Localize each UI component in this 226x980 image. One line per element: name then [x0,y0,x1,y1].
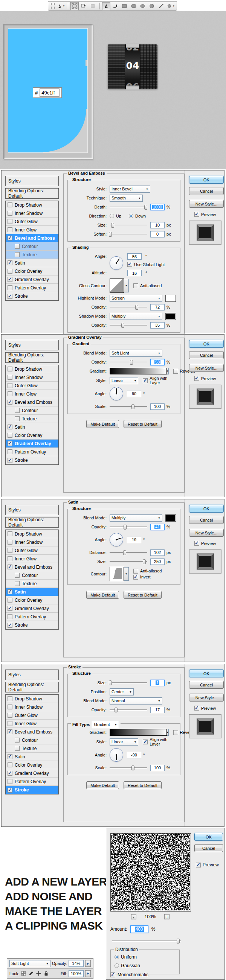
style-item-contour[interactable]: Contour [6,571,58,579]
checkbox-use-global-light[interactable] [127,262,132,267]
color-swatch[interactable] [166,313,176,320]
gradient-bar[interactable] [110,368,167,374]
checkbox[interactable] [8,713,13,718]
value-field[interactable]: 41 [150,524,165,530]
value-field[interactable]: 0 [150,231,165,237]
slider-handle[interactable] [130,360,133,365]
monochromatic-checkbox[interactable] [110,972,115,977]
checkbox[interactable] [8,606,13,611]
gradient-picker-arrow[interactable]: ▾ [167,368,169,374]
checkbox[interactable] [8,705,13,710]
value-field[interactable]: 35 [150,322,165,329]
slider-soften[interactable] [110,231,147,237]
checkbox[interactable] [8,211,13,216]
zoom-in-button[interactable]: + [164,914,170,920]
slider-opacity[interactable] [110,304,147,310]
ok-button[interactable]: OK [194,833,223,841]
style-item-stroke[interactable]: Stroke [6,786,58,794]
style-item-contour[interactable]: Contour [6,242,58,251]
checkbox[interactable] [8,367,13,371]
dropdown-style[interactable]: Linear▼ [110,738,138,746]
checkbox[interactable] [8,589,13,594]
lock-transparency-icon[interactable] [21,970,26,976]
value-field[interactable]: 19 [127,537,141,543]
slider-handle[interactable] [121,323,124,328]
checkbox[interactable] [8,400,13,404]
lock-pixels-brush-icon[interactable] [28,970,34,976]
checkbox[interactable] [8,548,13,553]
preview-checkbox[interactable] [194,706,199,711]
style-item-satin[interactable]: Satin [6,423,58,431]
value-field[interactable]: 1 [150,680,165,686]
style-item-outer-glow[interactable]: Outer Glow [6,546,58,555]
slider-opacity[interactable] [110,360,147,365]
checkbox-anti-aliased[interactable] [133,283,138,288]
fill-type-dropdown[interactable]: Gradient▼ [92,721,119,728]
style-item-pattern-overlay[interactable]: Pattern Overlay [6,448,58,456]
zoom-out-button[interactable]: - [131,914,136,920]
checkbox[interactable] [8,598,13,603]
checkbox[interactable] [15,738,19,743]
style-item-inner-glow[interactable]: Inner Glow [6,226,58,234]
style-item-inner-shadow[interactable]: Inner Shadow [6,703,58,711]
gradient-picker-arrow[interactable]: ▾ [167,729,169,736]
radio-button[interactable] [115,955,119,959]
checkbox[interactable] [8,540,13,544]
opacity-arrow-button[interactable]: ▶ [85,960,91,967]
fill-arrow-button[interactable]: ▶ [85,970,91,977]
style-item-pattern-overlay[interactable]: Pattern Overlay [6,612,58,621]
radio-option-up[interactable]: Up [110,214,121,218]
slider-handle[interactable] [144,205,147,210]
dropdown-shadow-mode[interactable]: Multiply▼ [110,313,162,320]
reset-to-default-button[interactable]: Reset to Default [124,591,162,599]
checkbox[interactable] [8,228,13,232]
checkbox[interactable] [8,531,13,536]
checkbox[interactable] [8,788,13,792]
make-default-button[interactable]: Make Default [86,781,119,789]
styles-header[interactable]: Styles [5,176,59,186]
style-item-drop-shadow[interactable]: Drop Shadow [6,201,58,209]
checkbox[interactable] [8,565,13,570]
styles-header[interactable]: Styles [5,505,59,515]
style-item-gradient-overlay[interactable]: Gradient Overlay [6,605,58,612]
angle-dial[interactable] [110,533,123,546]
blending-options-item[interactable]: Blending Options: Default [5,352,59,363]
slider-handle[interactable] [132,404,134,409]
dropdown-technique[interactable]: Smooth▼ [110,194,143,202]
style-item-texture[interactable]: Texture [6,579,58,588]
style-item-bevel-and-emboss[interactable]: Bevel and Emboss [6,728,58,736]
value-field[interactable]: 16 [127,270,142,276]
rectangle-tool-button[interactable] [120,2,129,10]
value-field[interactable]: 100 [150,765,165,771]
style-item-inner-shadow[interactable]: Inner Shadow [6,538,58,546]
rounded-rectangle-tool-button[interactable] [130,2,138,10]
angle-dial[interactable] [110,748,123,762]
checkbox[interactable] [8,762,13,767]
opacity-field[interactable]: 14% [68,960,84,967]
checkbox[interactable] [15,416,19,421]
radio-button[interactable] [115,963,119,968]
styles-header[interactable]: Styles [5,670,59,680]
style-item-inner-glow[interactable]: Inner Glow [6,390,58,398]
checkbox-reverse[interactable] [173,369,178,374]
style-item-inner-shadow[interactable]: Inner Shadow [6,373,58,382]
style-item-color-overlay[interactable]: Color Overlay [6,267,58,275]
checkbox[interactable] [15,408,19,413]
chevron-down-icon[interactable]: ▼ [172,5,175,7]
blend-mode-dropdown[interactable]: Soft Light ▼ [10,960,51,967]
checkbox[interactable] [8,383,13,388]
dropdown-blend-mode[interactable]: Normal▼ [110,697,162,705]
value-field[interactable]: 58 [150,359,165,366]
preview-checkbox[interactable] [196,862,201,867]
line-tool-button[interactable] [157,2,166,10]
ellipse-tool-button[interactable] [138,2,147,10]
style-item-bevel-and-emboss[interactable]: Bevel and Emboss [6,563,58,571]
value-field[interactable]: 90 [127,391,141,397]
style-item-outer-glow[interactable]: Outer Glow [6,382,58,390]
radio-option-gaussian[interactable]: Gaussian [115,963,175,968]
radio-option-uniform[interactable]: Uniform [115,955,175,960]
counter-knob[interactable]: 02 04 06 [108,45,158,89]
checkbox-align-with-layer[interactable] [143,378,148,383]
dropdown-style[interactable]: Inner Bevel▼ [110,186,150,192]
custom-shape-tool-button[interactable]: ▼ [166,2,175,10]
